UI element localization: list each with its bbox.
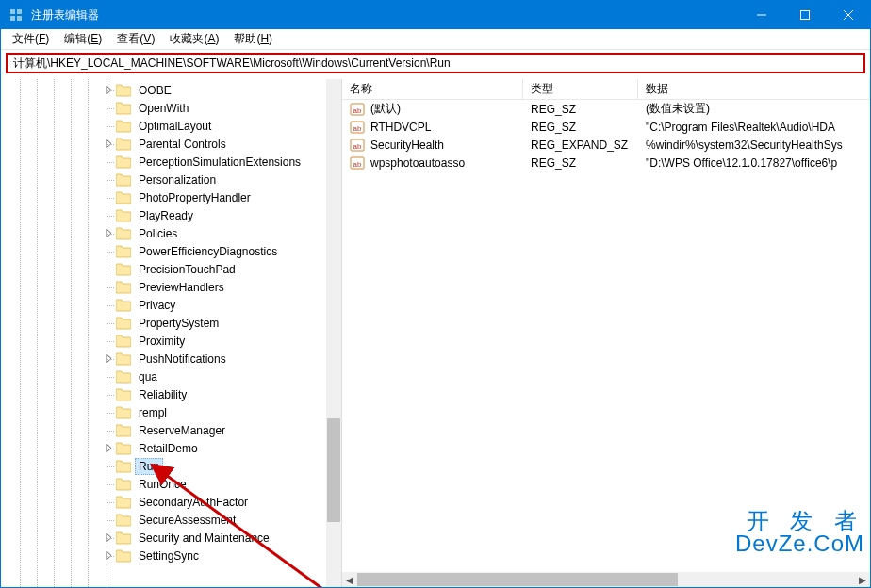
tree-scrollbar[interactable]	[326, 79, 341, 587]
list-h-scrollbar[interactable]: ◀ ▶	[342, 572, 870, 587]
list-pane: 名称 类型 数据 ab(默认)REG_SZ(数值未设置)abRTHDVCPLRE…	[342, 79, 870, 587]
folder-icon	[116, 173, 131, 187]
svg-text:ab: ab	[353, 124, 362, 133]
close-button[interactable]	[827, 1, 870, 29]
tree-item-label: rempl	[135, 404, 171, 421]
tree-item-label: Reliability	[135, 386, 190, 403]
value-row[interactable]: abSecurityHealthREG_EXPAND_SZ%windir%\sy…	[342, 136, 870, 154]
tree-item-runonce[interactable]: RunOnce	[1, 475, 341, 493]
tree-item-secureassessment[interactable]: SecureAssessment	[1, 511, 341, 529]
menu-help[interactable]: 帮助(H)	[226, 29, 280, 49]
scroll-right-icon[interactable]: ▶	[855, 572, 870, 587]
tree-item-powerefficiencydiagnostics[interactable]: PowerEfficiencyDiagnostics	[1, 242, 341, 260]
value-name: (默认)	[370, 101, 401, 117]
value-type: REG_SZ	[523, 156, 638, 170]
tree-item-playready[interactable]: PlayReady	[1, 206, 341, 224]
folder-icon	[116, 406, 131, 419]
svg-rect-3	[17, 16, 22, 21]
folder-icon	[116, 299, 131, 312]
folder-icon	[116, 138, 131, 151]
tree-item-run[interactable]: Run	[1, 457, 341, 475]
tree-item-pushnotifications[interactable]: PushNotifications	[1, 350, 341, 368]
tree-item-precisiontouchpad[interactable]: PrecisionTouchPad	[1, 260, 341, 278]
tree-item-secondaryauthfactor[interactable]: SecondaryAuthFactor	[1, 493, 341, 511]
window-title: 注册表编辑器	[31, 8, 99, 24]
tree-item-label: Policies	[135, 225, 181, 242]
menu-view[interactable]: 查看(V)	[109, 29, 162, 49]
svg-rect-2	[10, 16, 15, 21]
tree-item-label: Personalization	[135, 172, 220, 188]
tree-item-label: Parental Controls	[135, 136, 230, 153]
value-row[interactable]: ab(默认)REG_SZ(数值未设置)	[342, 100, 870, 118]
tree-item-personalization[interactable]: Personalization	[1, 171, 341, 188]
folder-icon	[116, 442, 131, 455]
column-data[interactable]: 数据	[638, 79, 870, 99]
tree-item-security-and-maintenance[interactable]: Security and Maintenance	[1, 529, 341, 547]
tree-item-perceptionsimulationextensions[interactable]: PerceptionSimulationExtensions	[1, 153, 341, 171]
tree-item-label: PropertySystem	[135, 315, 222, 332]
tree-item-reservemanager[interactable]: ReserveManager	[1, 421, 341, 439]
tree-item-openwith[interactable]: OpenWith	[1, 99, 341, 117]
tree-item-previewhandlers[interactable]: PreviewHandlers	[1, 278, 341, 296]
folder-icon	[116, 209, 131, 222]
tree-item-label: OOBE	[135, 82, 175, 99]
tree-item-label: SettingSync	[135, 547, 203, 564]
value-data: (数值未设置)	[638, 101, 870, 117]
tree-item-label: RunOnce	[135, 476, 190, 493]
menu-file[interactable]: 文件(F)	[5, 29, 57, 49]
tree-item-privacy[interactable]: Privacy	[1, 296, 341, 314]
tree[interactable]: OOBEOpenWithOptimalLayoutParental Contro…	[1, 79, 341, 564]
value-name: RTHDVCPL	[370, 121, 431, 134]
minimize-button[interactable]	[740, 1, 783, 29]
folder-icon	[116, 263, 131, 276]
tree-item-label: PhotoPropertyHandler	[135, 189, 255, 206]
tree-item-rempl[interactable]: rempl	[1, 403, 341, 421]
app-icon	[8, 8, 24, 23]
list-h-thumb[interactable]	[357, 573, 678, 586]
value-data: %windir%\system32\SecurityHealthSys	[638, 139, 870, 152]
value-row[interactable]: abRTHDVCPLREG_SZ"C:\Program Files\Realte…	[342, 118, 870, 136]
tree-item-proximity[interactable]: Proximity	[1, 332, 341, 350]
maximize-button[interactable]	[783, 1, 827, 29]
folder-icon	[116, 424, 131, 437]
tree-item-qua[interactable]: qua	[1, 368, 341, 385]
tree-item-label: Security and Maintenance	[135, 530, 273, 547]
content: OOBEOpenWithOptimalLayoutParental Contro…	[1, 79, 870, 587]
column-name[interactable]: 名称	[342, 79, 523, 99]
tree-item-settingsync[interactable]: SettingSync	[1, 547, 341, 564]
menu-edit[interactable]: 编辑(E)	[57, 29, 109, 49]
column-type[interactable]: 类型	[523, 79, 638, 99]
tree-item-reliability[interactable]: Reliability	[1, 385, 341, 403]
folder-icon	[116, 514, 131, 527]
tree-item-propertysystem[interactable]: PropertySystem	[1, 314, 341, 332]
tree-item-policies[interactable]: Policies	[1, 224, 341, 242]
tree-item-label: PrecisionTouchPad	[135, 261, 239, 278]
tree-item-label: PlayReady	[135, 207, 197, 224]
value-name: wpsphotoautoasso	[370, 156, 465, 170]
window: 注册表编辑器 文件(F) 编辑(E) 查看(V) 收藏夹(A) 帮助(H) 计算…	[0, 0, 871, 588]
address-input[interactable]: 计算机\HKEY_LOCAL_MACHINE\SOFTWARE\Microsof…	[6, 53, 865, 74]
tree-scroll-thumb[interactable]	[327, 418, 340, 522]
tree-item-oobe[interactable]: OOBE	[1, 81, 341, 99]
tree-item-label: SecondaryAuthFactor	[135, 494, 252, 511]
value-data: "D:\WPS Office\12.1.0.17827\office6\p	[638, 156, 870, 170]
folder-icon	[116, 460, 131, 473]
tree-item-label: SecureAssessment	[135, 512, 239, 529]
tree-item-label: PreviewHandlers	[135, 279, 228, 296]
folder-icon	[116, 478, 131, 491]
tree-item-label: Proximity	[135, 333, 189, 350]
tree-item-parental-controls[interactable]: Parental Controls	[1, 135, 341, 153]
value-row[interactable]: abwpsphotoautoassoREG_SZ"D:\WPS Office\1…	[342, 154, 870, 172]
tree-item-retaildemo[interactable]: RetailDemo	[1, 439, 341, 457]
string-value-icon: ab	[350, 120, 365, 135]
list-body[interactable]: ab(默认)REG_SZ(数值未设置)abRTHDVCPLREG_SZ"C:\P…	[342, 100, 870, 572]
tree-item-photopropertyhandler[interactable]: PhotoPropertyHandler	[1, 188, 341, 206]
value-type: REG_EXPAND_SZ	[523, 139, 638, 152]
tree-item-label: Privacy	[135, 297, 179, 314]
folder-icon	[116, 335, 131, 348]
scroll-left-icon[interactable]: ◀	[342, 572, 357, 587]
menu-favorites[interactable]: 收藏夹(A)	[162, 29, 226, 49]
value-name: SecurityHealth	[370, 139, 444, 152]
tree-item-optimallayout[interactable]: OptimalLayout	[1, 117, 341, 135]
titlebar[interactable]: 注册表编辑器	[1, 1, 870, 29]
